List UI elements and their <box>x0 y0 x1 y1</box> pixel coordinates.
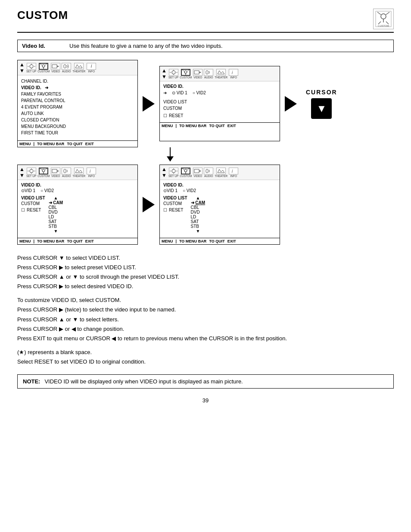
svg-text:i: i <box>232 169 233 174</box>
menu-screen-4-header: ▲▼ SET UP CUSTOM VIDEO <box>160 165 280 180</box>
svg-rect-42 <box>52 169 57 173</box>
menu-item-4event: 4 EVENT PROGRAM <box>21 104 134 110</box>
cursor-label: CURSOR <box>306 89 337 96</box>
desc-line-1-2: Press CURSOR ▶ to select preset VIDEO LI… <box>17 263 394 272</box>
menu-screen-4: ▲▼ SET UP CUSTOM VIDEO <box>159 165 280 245</box>
svg-line-5 <box>378 22 381 24</box>
svg-line-15 <box>45 64 47 65</box>
desc-line-2-3: Press CURSOR ▲ or ▼ to select letters. <box>17 315 394 324</box>
nav-arrow-4[interactable]: ▲▼ <box>162 166 167 178</box>
menu-screen-2-content: VIDEO ID. ➜ ⊙ VID 1 ○ VID2 VIDEO LIST CU… <box>160 81 280 121</box>
audio-icon-3: AUDIO <box>62 168 71 177</box>
page-title: CUSTOM <box>17 9 68 22</box>
footer-menu[interactable]: MENU <box>19 142 31 146</box>
menu-item-autolink: AUTO LINK <box>21 110 134 117</box>
setup-icon-2: SET UP <box>168 69 178 79</box>
page-header: CUSTOM CUSTOM <box>17 9 394 33</box>
footer-exit[interactable]: EXIT <box>85 142 94 146</box>
footer-tomenubar-2[interactable]: TO MENU BAR <box>179 124 206 128</box>
svg-line-53 <box>187 168 189 170</box>
svg-marker-18 <box>57 65 59 67</box>
menu-screen-1: ▲▼ SET UP CUSTOM VIDEO <box>17 60 138 147</box>
custom-icon-4: CUSTOM <box>180 168 192 177</box>
desc-line-1-4: Press CURSOR ▶ to select desired VIDEO I… <box>17 282 394 291</box>
s2-vid-selector: ➜ ⊙ VID 1 ○ VID2 <box>163 90 276 95</box>
note-text: VIDEO ID will be displayed only when VID… <box>44 378 243 385</box>
svg-rect-29 <box>194 71 199 74</box>
s4-custom-item: CUSTOM <box>163 201 187 206</box>
s4-ld: LD <box>191 215 206 219</box>
menu-item-menubg: MENU BACKGROUND <box>21 123 134 130</box>
menu-item-videoid: VIDEO ID. ➜ <box>21 84 134 91</box>
video-id-description: Use this feature to give a name to any o… <box>69 43 223 49</box>
footer-tomenubar-4[interactable]: TO MENU BAR <box>179 239 206 243</box>
info-icon-2: i INFO <box>229 69 238 79</box>
s3-vid2: ○ VID2 <box>40 188 54 193</box>
footer-tomenubar-3[interactable]: TO MENU BAR <box>37 239 64 243</box>
s2-arrow-indicator: ➜ <box>163 90 167 95</box>
s3-arrow-cam: ➜ CAM <box>49 200 63 205</box>
s4-reset: ☐ RESET <box>163 208 187 212</box>
s4-vid-selector: ⊙VID 1 ○ VID2 <box>163 188 276 193</box>
menu-screen-1-header: ▲▼ SET UP CUSTOM VIDEO <box>18 60 137 75</box>
s3-sat: SAT <box>49 219 63 224</box>
footer-tomenubar[interactable]: TO MENU BAR <box>37 142 64 146</box>
s2-videoid-title: VIDEO ID. <box>163 84 276 89</box>
desc-line-2-5: Press EXIT to quit menu or CURSOR ◀ to r… <box>17 334 394 343</box>
footer-menu-4[interactable]: MENU <box>162 239 173 243</box>
s3-main-content: VIDEO LIST CUSTOM ☐ RESET ▲ ➜ CAM CBL DV… <box>21 196 134 233</box>
reset-label-4: RESET <box>169 208 183 212</box>
s4-cbl: CBL <box>191 205 206 210</box>
video-id-label: Video Id. <box>22 43 65 49</box>
s3-reset: ☐ RESET <box>21 208 45 212</box>
menu-item-channel: CHANNEL ID. <box>21 78 134 84</box>
down-arrow-connector <box>167 156 174 162</box>
spacer-left <box>17 147 138 161</box>
s4-sat: SAT <box>191 219 206 224</box>
menu-item-family: FAMILY FAVORITES <box>21 91 134 97</box>
s4-up-arrow: ▲ <box>191 196 206 200</box>
custom-icon-3: CUSTOM <box>37 168 50 177</box>
nav-arrow-3[interactable]: ▲▼ <box>19 166 25 178</box>
desc-line-1-3: Press CURSOR ▲ or ▼ to scroll through th… <box>17 272 394 282</box>
audio-icon-2: AUDIO <box>204 69 213 79</box>
setup-icon-3: SET UP <box>26 168 36 177</box>
nav-up-arrow-2[interactable]: ▲▼ <box>162 68 167 80</box>
s2-vid1: ⊙ VID 1 <box>172 90 187 95</box>
video-icon-4: VIDEO <box>193 168 202 177</box>
desc-para-2: To customize VIDEO ID, select CUSTOM. Pr… <box>17 296 394 343</box>
s4-main-content: VIDEO LIST CUSTOM ☐ RESET ▲ ➜ CAM CBL DV… <box>163 196 276 233</box>
spacer-arrow <box>138 147 159 161</box>
reset-label-3: RESET <box>27 208 41 212</box>
footer-exit-2[interactable]: EXIT <box>227 124 236 128</box>
menu-screen-1-content: CHANNEL ID. VIDEO ID. ➜ FAMILY FAVORITES… <box>18 75 137 139</box>
footer-exit-3[interactable]: EXIT <box>85 239 94 243</box>
svg-rect-57 <box>206 169 208 173</box>
footer-toquit-3[interactable]: TO QUIT <box>67 239 82 243</box>
svg-line-27 <box>187 70 189 71</box>
s3-ld: LD <box>49 215 63 219</box>
s2-vid2: ○ VID2 <box>193 90 206 95</box>
nav-up-arrow[interactable]: ▲▼ <box>19 62 25 74</box>
note-label: NOTE: <box>23 378 40 385</box>
menu-screen-3-content: VIDEO ID. ⊙VID 1 ○ VID2 VIDEO LIST CUSTO… <box>18 180 137 236</box>
footer-toquit-2[interactable]: TO QUIT <box>209 124 224 128</box>
footer-menu-2[interactable]: MENU <box>162 124 173 128</box>
footer-toquit[interactable]: TO QUIT <box>67 142 82 146</box>
video-id-section: Video Id. Use this feature to give a nam… <box>17 40 394 52</box>
cursor-arrow-symbol: ▼ <box>316 103 327 115</box>
custom-menu-icon: CUSTOM <box>37 63 50 73</box>
desc-line-3-2: Select RESET to set VIDEO ID to original… <box>17 357 394 367</box>
menu-screen-2-header: ▲▼ SET UP CUSTOM VIDEO <box>160 66 280 81</box>
desc-line-3-1: (★) represents a blank space. <box>17 348 394 357</box>
s3-right-col: ▲ ➜ CAM CBL DVD LD SAT STB ▼ <box>49 196 63 233</box>
cursor-area: CURSOR ▼ <box>306 89 337 119</box>
setup-icon: SET UP <box>26 63 36 73</box>
desc-line-2-1: To customize VIDEO ID, select CUSTOM. <box>17 296 394 305</box>
footer-exit-4[interactable]: EXIT <box>227 239 236 243</box>
footer-toquit-4[interactable]: TO QUIT <box>209 239 224 243</box>
footer-menu-3[interactable]: MENU <box>19 239 31 243</box>
audio-icon: AUDIO <box>62 63 71 73</box>
info-icon-4: i INFO <box>229 168 238 177</box>
info-icon: i INFO <box>87 63 96 73</box>
